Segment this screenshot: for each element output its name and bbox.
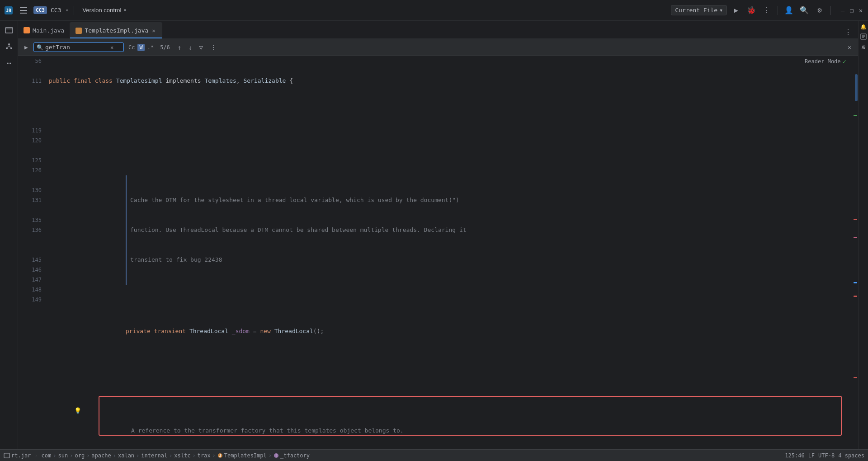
search-filter-button[interactable]: ▽ [196,42,206,52]
search-nav: ↑ ↓ ▽ [175,42,206,52]
settings-button[interactable]: ⚙ [813,4,826,17]
templates-impl-icon [75,28,82,34]
tab-templates-impl[interactable]: TemplatesImpl.java ✕ [70,22,162,38]
doc-comment-tfactory-header: A reference to the transformer factory t… [49,426,848,436]
lightbulb-icon[interactable]: 💡 [74,406,81,416]
tab-bar-end: ⋮ [838,26,858,38]
highlighted-region: A reference to the transformer factory t… [49,396,848,449]
line-56: public final class TemplatesImpl impleme… [49,76,848,86]
code-area: 56 111 119 120 125 126 130 [18,56,858,449]
status-encoding[interactable]: UTF-8 [818,452,835,459]
sidebar-project-icon[interactable] [1,23,17,38]
minimize-button[interactable]: — [839,7,846,14]
profile-button[interactable]: 👤 [783,4,795,17]
line-numbers: 56 111 119 120 125 126 130 [18,56,45,449]
title-bar-right: Current File ▾ ▶ 🐞 ⋮ 👤 🔍 ⚙ — ❐ ✕ [671,4,864,17]
bc-sep-3: › [86,452,90,459]
bc-internal[interactable]: internal [141,452,167,459]
divider [74,6,74,15]
project-dropdown-arrow: ▾ [66,8,68,13]
status-indent[interactable]: 4 spaces [838,452,864,459]
debug-button[interactable]: 🐞 [745,4,758,17]
sidebar-more-icon[interactable]: ⋯ [1,55,17,71]
bc-templates-impl[interactable]: J TemplatesImpl [217,452,267,459]
close-button[interactable]: ✕ [857,7,864,14]
templates-impl-label: TemplatesImpl.java [85,27,148,34]
breadcrumb: com › sun › org › apache › xalan › inter… [42,452,310,459]
svg-text:J: J [219,454,221,458]
svg-point-4 [6,47,8,49]
status-position[interactable]: 125:46 [785,452,804,459]
scroll-thumb[interactable] [855,74,858,101]
bc-xsltc[interactable]: xsltc [174,452,190,459]
regex-button[interactable]: .* [146,44,156,51]
window-controls: — ❐ ✕ [839,7,864,14]
current-file-label: Current File [675,7,717,14]
bc-tfactory[interactable]: f _tfactory [274,452,310,459]
tab-close-button[interactable]: ✕ [151,27,156,34]
search-prev-button[interactable]: ↑ [175,42,184,52]
svg-text:f: f [275,454,278,458]
bc-org[interactable]: org [75,452,85,459]
app-icon: JB [4,5,14,15]
search-everywhere-button[interactable]: 🔍 [798,4,811,17]
gutter-mark-4 [854,282,857,283]
bc-sep-9: › [269,452,272,459]
current-file-dropdown: ▾ [719,7,723,14]
bc-sep-2: › [70,452,73,459]
line-119: private transient ThreadLocal _sdom = ne… [49,326,848,336]
search-bar: ▶ 🔍 ✕ Cc W .* 5/6 ↑ ↓ ▽ ⋮ ✕ [18,39,858,56]
vcs-button[interactable]: Version control ▾ [80,6,129,14]
search-expand-toggle[interactable]: ▶ [22,43,31,52]
svg-rect-7 [4,453,9,458]
notifications-icon[interactable]: 🔔 [859,23,868,31]
tab-bar: Main.java TemplatesImpl.java ✕ ⋮ [18,21,858,39]
run-button[interactable]: ▶ [730,4,742,17]
breadcrumb-sep-0: › [34,452,38,459]
search-more-button[interactable]: ⋮ [211,44,217,51]
bc-sep-4: › [113,452,116,459]
code-scroll[interactable]: 56 111 119 120 125 126 130 [18,56,852,449]
panel-icon-2[interactable] [859,33,868,41]
right-panel: 🔔 m [858,21,868,449]
title-bar: JB CC3 CC3 ▾ Version control ▾ Current F… [0,0,868,21]
bc-xalan[interactable]: xalan [118,452,134,459]
search-options: Cc W .* [127,44,156,51]
search-next-button[interactable]: ↓ [185,42,195,52]
code-content: public final class TemplatesImpl impleme… [45,56,852,449]
editor-container: Main.java TemplatesImpl.java ✕ ⋮ ▶ 🔍 ✕ C… [18,21,858,449]
search-input[interactable] [45,44,108,51]
bc-trax[interactable]: trax [198,452,211,459]
right-gutter [852,56,858,449]
reader-mode-container: Reader Mode ✓ [805,58,846,65]
search-icon: 🔍 [37,44,43,51]
svg-point-3 [8,43,10,45]
bc-sun[interactable]: sun [58,452,68,459]
main-layout: ⋯ Main.java TemplatesImpl.java ✕ ⋮ ▶ 🔍 [0,21,868,449]
case-sensitive-button[interactable]: Cc [127,44,137,51]
gutter-mark-5 [854,296,857,297]
status-line-ending[interactable]: LF [808,452,815,459]
divider3 [830,6,831,15]
reader-mode-label[interactable]: Reader Mode [805,58,840,65]
more-options-button[interactable]: ⋮ [760,4,773,17]
bc-sep-5: › [136,452,139,459]
svg-text:JB: JB [6,8,11,13]
bc-apache[interactable]: apache [91,452,111,459]
sidebar-structure-icon[interactable] [1,39,17,54]
bc-com[interactable]: com [42,452,52,459]
current-file-button[interactable]: Current File ▾ [671,5,727,15]
tab-main-java[interactable]: Main.java [18,22,70,38]
restore-button[interactable]: ❐ [848,7,855,14]
panel-icon-m[interactable]: m [859,42,868,51]
left-sidebar: ⋯ [0,21,18,449]
status-jar[interactable]: rt.jar [4,452,31,459]
gutter-mark-1 [854,115,857,116]
whole-word-button[interactable]: W [137,44,144,51]
svg-rect-2 [5,28,13,33]
search-close-button[interactable]: ✕ [844,42,854,52]
line-ending-label: LF [808,452,815,459]
search-clear-button[interactable]: ✕ [110,44,113,51]
hamburger-menu[interactable] [17,4,30,17]
tab-options-button[interactable]: ⋮ [842,26,854,38]
